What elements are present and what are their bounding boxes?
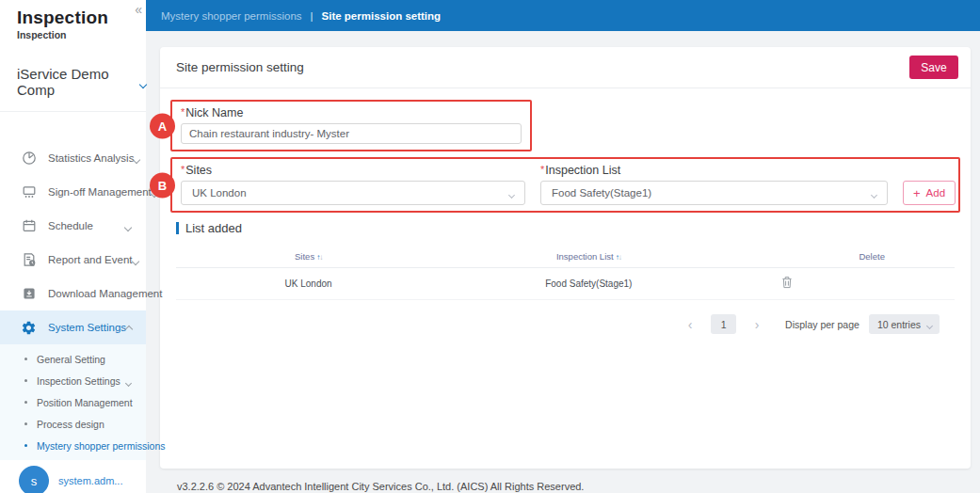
chevron-down-icon: [133, 251, 138, 268]
sidebar-item-label: Statistics Analysis: [48, 152, 134, 164]
sidebar-menu: Statistics Analysis Sign-off Management …: [0, 141, 146, 344]
avatar: s: [19, 466, 49, 493]
chevron-down-icon: [125, 217, 131, 234]
sites-selected-value: UK London: [192, 187, 247, 199]
sites-field-group: *Sites UK London: [181, 162, 525, 205]
sidebar-item-download-management[interactable]: Download Management: [0, 277, 146, 310]
breadcrumb-parent[interactable]: Mystery shopper permissions: [161, 10, 302, 22]
chevron-down-icon: [872, 184, 876, 201]
annotation-badge-b: B: [150, 172, 175, 198]
pie-chart-icon: [21, 151, 37, 167]
column-header-delete: Delete: [736, 251, 955, 262]
required-asterisk: *: [181, 106, 185, 118]
monitor-icon: [21, 184, 37, 200]
sites-label: *Sites: [181, 162, 525, 178]
column-header-inspection-list[interactable]: Inspection List↑↓: [441, 251, 736, 262]
app-subtitle: Inspection: [0, 28, 146, 40]
bullet-icon: [24, 379, 27, 382]
sites-select[interactable]: UK London: [181, 181, 525, 205]
top-navigation-bar: Mystery shopper permissions | Site permi…: [146, 0, 980, 31]
previous-page-button[interactable]: ‹: [683, 317, 698, 332]
sidebar-subitem-position-management[interactable]: Position Management: [0, 391, 146, 413]
sidebar-subitem-label: General Setting: [37, 354, 105, 365]
divider: [0, 111, 146, 112]
sidebar-item-label: Sign-off Management: [48, 186, 152, 198]
chevron-up-icon: [126, 319, 132, 336]
sidebar-item-label: Report and Event: [48, 254, 133, 265]
inspection-list-field-group: *Inspection List Food Safety(Stage1): [540, 162, 888, 205]
sidebar-item-statistics-analysis[interactable]: Statistics Analysis: [0, 141, 146, 175]
page-number-button[interactable]: 1: [711, 314, 736, 334]
table-header-row: Sites↑↓ Inspection List↑↓ Delete: [176, 245, 955, 268]
page-title: Site permission setting: [176, 60, 304, 74]
download-icon: [21, 286, 37, 302]
chevron-down-icon: [126, 373, 131, 390]
delete-button[interactable]: [781, 276, 793, 292]
column-header-sites[interactable]: Sites↑↓: [176, 251, 441, 262]
organization-switcher[interactable]: iService Demo Comp: [17, 66, 146, 98]
save-button[interactable]: Save: [909, 56, 958, 79]
sort-icon: ↑↓: [316, 253, 322, 262]
sidebar-item-label: Schedule: [48, 220, 93, 231]
breadcrumb-separator: |: [311, 10, 313, 22]
sidebar-item-label: System Settings: [48, 322, 126, 333]
copyright-text: v3.2.2.6 © 2024 Advantech Intelligent Ci…: [177, 481, 971, 492]
sidebar-subitem-label: Inspection Settings: [37, 375, 120, 387]
sidebar-subitem-label: Process design: [37, 419, 104, 430]
trash-icon: [781, 276, 793, 292]
plus-icon: +: [913, 187, 921, 199]
required-asterisk: *: [540, 164, 544, 175]
bullet-icon: [24, 358, 27, 360]
screen: « Inspection Inspection iService Demo Co…: [0, 0, 980, 493]
user-account[interactable]: s system.adm...: [0, 460, 146, 493]
sidebar: « Inspection Inspection iService Demo Co…: [0, 0, 146, 493]
calendar-icon: [21, 218, 37, 234]
list-added-section-header: List added: [176, 221, 955, 235]
inspection-list-label: *Inspection List: [540, 162, 888, 178]
sidebar-item-schedule[interactable]: Schedule: [0, 209, 146, 243]
cell-inspection-list: Food Safety(Stage1): [441, 278, 736, 289]
organization-name: iService Demo Comp: [17, 66, 134, 98]
table-row: UK London Food Safety(Stage1): [176, 268, 955, 300]
cell-delete: [736, 276, 955, 292]
annotation-box-b: B *Sites UK London *Inspection List: [170, 157, 960, 213]
app-title: Inspection: [0, 0, 146, 28]
add-button[interactable]: + Add: [903, 181, 956, 205]
pagination: ‹ 1 › Display per page 10 entries: [176, 314, 955, 334]
chevron-down-icon: [927, 319, 932, 330]
sidebar-item-label: Download Management: [48, 288, 162, 299]
page-size-value: 10 entries: [877, 319, 921, 330]
sidebar-subitem-mystery-shopper-permissions[interactable]: Mystery shopper permissions: [0, 435, 146, 456]
card-body: A *Nick Name B *Sites UK London: [160, 100, 971, 334]
next-page-button[interactable]: ›: [749, 317, 764, 332]
gear-icon: [21, 320, 37, 336]
nick-name-label: *Nick Name: [181, 104, 522, 120]
list-added-table: Sites↑↓ Inspection List↑↓ Delete UK Lond…: [176, 245, 955, 300]
site-permission-card: Site permission setting Save A *Nick Nam…: [160, 47, 971, 469]
inspection-list-select[interactable]: Food Safety(Stage1): [540, 181, 888, 205]
sidebar-item-signoff-management[interactable]: Sign-off Management: [0, 175, 146, 209]
nick-name-input[interactable]: [181, 123, 522, 144]
system-settings-submenu: General Setting Inspection Settings Posi…: [0, 344, 146, 460]
sidebar-subitem-inspection-settings[interactable]: Inspection Settings: [0, 370, 146, 391]
sidebar-subitem-label: Position Management: [37, 397, 133, 408]
required-asterisk: *: [181, 164, 185, 175]
bullet-icon: [24, 444, 27, 447]
sidebar-item-report-and-event[interactable]: Report and Event: [0, 243, 146, 277]
user-name: system.adm...: [58, 475, 122, 486]
display-per-page-label: Display per page: [785, 319, 860, 330]
collapse-sidebar-icon[interactable]: «: [135, 2, 142, 17]
card-header: Site permission setting Save: [160, 47, 971, 88]
sidebar-subitem-general-setting[interactable]: General Setting: [0, 348, 146, 370]
sort-icon: ↑↓: [616, 253, 621, 262]
annotation-box-a: A *Nick Name: [170, 100, 532, 151]
section-title: List added: [185, 221, 242, 235]
breadcrumb-current: Site permission setting: [322, 10, 442, 22]
sidebar-item-system-settings[interactable]: System Settings: [0, 310, 146, 344]
chevron-down-icon: [134, 150, 139, 167]
sidebar-subitem-label: Mystery shopper permissions: [37, 440, 166, 452]
bullet-icon: [24, 422, 27, 425]
sidebar-subitem-process-design[interactable]: Process design: [0, 413, 146, 435]
chevron-down-icon: [140, 74, 146, 90]
page-size-select[interactable]: 10 entries: [869, 314, 940, 334]
